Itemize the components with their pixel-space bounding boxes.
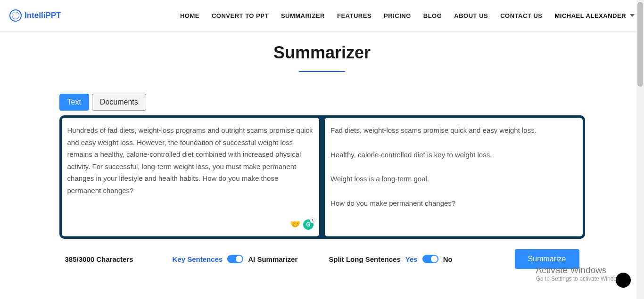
summary-line: How do you make permanent changes?	[330, 197, 577, 210]
user-name: MICHAEL ALEXANDER	[554, 12, 626, 19]
user-dropdown[interactable]: MICHAEL ALEXANDER	[554, 12, 635, 19]
nav-features[interactable]: FEATURES	[337, 12, 372, 19]
summarizer-mode-toggle-group: Key Sentences AI Summarizer	[173, 255, 298, 263]
input-tabs: Text Documents	[59, 94, 585, 111]
char-count: 385/3000 Characters	[65, 255, 173, 263]
page-title: Summarizer	[0, 43, 644, 63]
grammarly-icon[interactable]: G 1	[303, 219, 314, 230]
input-pane: 🤝 G 1	[62, 118, 320, 236]
nav-convert[interactable]: CONVERT TO PPT	[212, 12, 269, 19]
input-textarea[interactable]	[67, 124, 314, 230]
nav-contact[interactable]: CONTACT US	[500, 12, 542, 19]
ai-summarizer-label: AI Summarizer	[248, 255, 297, 263]
nav-blog[interactable]: BLOG	[423, 12, 442, 19]
logo-icon	[9, 9, 22, 22]
logo[interactable]: IntelliPPT	[9, 9, 61, 22]
mode-toggle[interactable]	[227, 255, 243, 263]
brand-name: IntelliPPT	[25, 11, 61, 20]
controls-bar: 385/3000 Characters Key Sentences AI Sum…	[59, 249, 585, 269]
summary-line: Weight loss is a long-term goal.	[330, 173, 577, 185]
split-sentences-toggle-group: Split Long Sentences Yes No	[329, 255, 452, 263]
split-toggle[interactable]	[422, 255, 438, 263]
tab-documents[interactable]: Documents	[92, 94, 146, 111]
page-scrollbar[interactable]	[636, 0, 644, 299]
input-icons: 🤝 G 1	[290, 217, 314, 232]
header: IntelliPPT HOME CONVERT TO PPT SUMMARIZE…	[0, 0, 644, 32]
nav-summarizer[interactable]: SUMMARIZER	[281, 12, 325, 19]
main-nav: HOME CONVERT TO PPT SUMMARIZER FEATURES …	[180, 12, 635, 19]
output-pane: Fad diets, weight-loss scams promise qui…	[325, 118, 583, 236]
floating-action-button[interactable]	[616, 273, 631, 288]
nav-home[interactable]: HOME	[180, 12, 199, 19]
tab-text[interactable]: Text	[59, 94, 89, 111]
grammarly-badge: 1	[310, 218, 315, 223]
main-content: Summarizer Text Documents 🤝 G 1 Fad diet…	[0, 32, 644, 269]
split-yes-label: Yes	[405, 255, 418, 263]
summary-output: Fad diets, weight-loss scams promise qui…	[330, 124, 577, 209]
panes-wrapper: 🤝 G 1 Fad diets, weight-loss scams promi…	[59, 115, 585, 239]
title-underline	[299, 71, 345, 72]
scrollbar-thumb[interactable]	[637, 2, 643, 87]
key-sentences-label: Key Sentences	[173, 255, 223, 263]
split-long-label: Split Long Sentences	[329, 255, 401, 263]
summary-line: Fad diets, weight-loss scams promise qui…	[330, 124, 577, 137]
chevron-down-icon	[630, 14, 635, 17]
nav-pricing[interactable]: PRICING	[384, 12, 411, 19]
summarizer-container: Text Documents 🤝 G 1 Fad diets, weight-l…	[59, 94, 585, 269]
nav-about[interactable]: ABOUT US	[454, 12, 488, 19]
handshake-icon[interactable]: 🤝	[290, 217, 300, 232]
split-no-label: No	[443, 255, 453, 263]
activate-subtitle: Go to Settings to activate Windows.	[536, 275, 625, 282]
activate-title: Activate Windows	[536, 265, 625, 275]
windows-activate-overlay: Activate Windows Go to Settings to activ…	[536, 265, 625, 282]
summary-line: Healthy, calorie-controlled diet is key …	[330, 149, 577, 161]
